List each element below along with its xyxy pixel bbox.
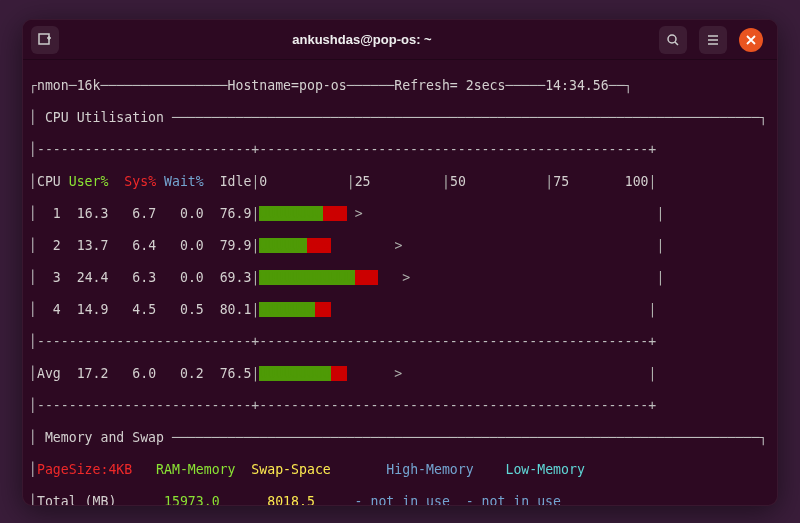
cpu1-idle: 76.9 — [220, 206, 252, 221]
titlebar: ankushdas@pop-os: ~ — [23, 20, 777, 60]
mem-total-swap: 8018.5 — [267, 494, 315, 506]
cpu2-sys: 6.4 — [132, 238, 156, 253]
terminal-window: ankushdas@pop-os: ~ ┌nmon─16k───────────… — [22, 19, 778, 506]
cpu4-idle: 80.1 — [220, 302, 252, 317]
cpu4-bar-sys: ss — [315, 302, 331, 317]
refresh-label: Refresh= — [394, 78, 465, 93]
mem-total-ram: 15973.0 — [164, 494, 220, 506]
cpu2-bar-sys: sss — [307, 238, 331, 253]
cpu-avg-id: Avg — [37, 366, 61, 381]
menu-button[interactable] — [699, 26, 727, 54]
mem-notinuse: - not in use - not in use — [355, 494, 561, 506]
mem-pagesize: PageSize:4KB — [37, 462, 132, 477]
cpu1-user: 16.3 — [77, 206, 109, 221]
window-title: ankushdas@pop-os: ~ — [65, 32, 659, 47]
cpu4-wait: 0.5 — [180, 302, 204, 317]
hostname-label: Hostname= — [228, 78, 299, 93]
mem-high-hdr: High-Memory — [386, 462, 473, 477]
mem-section-title: Memory and Swap — [37, 430, 172, 445]
cpu-hdr-wait: Wait% — [164, 174, 204, 189]
mem-ram-hdr: RAM-Memory — [156, 462, 235, 477]
scale-25: 25 — [355, 174, 371, 189]
svg-point-1 — [668, 35, 676, 43]
scale-50: 50 — [450, 174, 466, 189]
cpu-hdr-cpu: CPU — [37, 174, 61, 189]
cpu1-bar-user: UUUUUUUU — [259, 206, 323, 221]
hostname: pop-os — [299, 78, 347, 93]
scale-100: 100 — [625, 174, 649, 189]
clock: 14:34.56 — [545, 78, 609, 93]
cpu4-sys: 4.5 — [132, 302, 156, 317]
cpu1-wait: 0.0 — [180, 206, 204, 221]
cpu-hdr-sys: Sys% — [124, 174, 156, 189]
cpu1-bar-sys: sss — [323, 206, 347, 221]
cpu2-idle: 79.9 — [220, 238, 252, 253]
cpu3-idle: 69.3 — [220, 270, 252, 285]
cpu2-bar-user: UUUUUU — [259, 238, 307, 253]
cpu-section-title: CPU Utilisation — [37, 110, 172, 125]
cpu-avg-sys: 6.0 — [132, 366, 156, 381]
cpu2-wait: 0.0 — [180, 238, 204, 253]
cpu-avg-bar-user: UUUUUUUUU — [259, 366, 330, 381]
cpu4-user: 14.9 — [77, 302, 109, 317]
cpu3-bar-user: UUUUUUUUUUUU — [259, 270, 354, 285]
cpu3-id: 3 — [53, 270, 61, 285]
cpu2-id: 2 — [53, 238, 61, 253]
cpu-avg-bar-sys: ss — [331, 366, 347, 381]
cpu3-wait: 0.0 — [180, 270, 204, 285]
cpu-hdr-idle: Idle — [220, 174, 252, 189]
cpu1-sys: 6.7 — [132, 206, 156, 221]
cpu4-id: 4 — [53, 302, 61, 317]
cpu-avg-wait: 0.2 — [180, 366, 204, 381]
mem-swap-hdr: Swap-Space — [251, 462, 330, 477]
search-button[interactable] — [659, 26, 687, 54]
refresh-value: 2secs — [466, 78, 506, 93]
cpu-hdr-user: User% — [69, 174, 109, 189]
app-name: nmon — [37, 78, 69, 93]
cpu4-bar-user: UUUUUUU — [259, 302, 315, 317]
cpu3-bar-sys: sss — [355, 270, 379, 285]
svg-rect-0 — [39, 34, 49, 44]
cpu1-id: 1 — [53, 206, 61, 221]
scale-0: 0 — [259, 174, 267, 189]
new-tab-button[interactable] — [31, 26, 59, 54]
terminal-output[interactable]: ┌nmon─16k────────────────Hostname=pop-os… — [23, 60, 777, 506]
mem-total-lbl: Total (MB) — [37, 494, 116, 506]
cpu3-user: 24.4 — [77, 270, 109, 285]
app-version: 16k — [77, 78, 101, 93]
cpu-avg-user: 17.2 — [77, 366, 109, 381]
cpu-avg-idle: 76.5 — [220, 366, 252, 381]
mem-low-hdr: Low-Memory — [505, 462, 584, 477]
close-button[interactable] — [739, 28, 763, 52]
cpu3-sys: 6.3 — [132, 270, 156, 285]
scale-75: 75 — [553, 174, 569, 189]
cpu2-user: 13.7 — [77, 238, 109, 253]
